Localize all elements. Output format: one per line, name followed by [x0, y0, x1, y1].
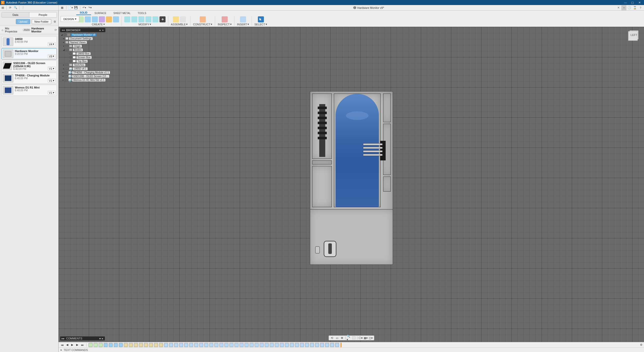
display-settings-icon[interactable]: 🖵▾	[358, 336, 363, 340]
timeline-feature[interactable]	[219, 343, 223, 347]
zoom-icon[interactable]: 🔍▾	[347, 336, 351, 340]
timeline-feature[interactable]	[285, 343, 289, 347]
timeline-feature[interactable]	[325, 343, 329, 347]
orbit-icon[interactable]: ⟲	[330, 336, 334, 340]
timeline-feature[interactable]	[154, 343, 158, 347]
home-icon[interactable]: ⌂	[2, 28, 3, 31]
visibility-icon[interactable]	[69, 52, 72, 55]
joint-button[interactable]	[180, 16, 186, 22]
timeline-feature[interactable]	[280, 343, 284, 347]
loft-button[interactable]	[106, 16, 112, 22]
window-maximize-button[interactable]: ▢	[629, 0, 636, 5]
search-button[interactable]: 🔍	[13, 5, 18, 11]
view-cube[interactable]: LEFT	[629, 30, 639, 40]
timeline-feature[interactable]	[159, 343, 163, 347]
browser-root[interactable]: ◢Hardware Monitor v9	[60, 33, 105, 36]
tab-solid[interactable]: SOLID	[76, 11, 91, 15]
chevron-down-icon[interactable]: ▾	[266, 23, 267, 26]
file-menu-button[interactable]: 📄▾	[68, 5, 73, 10]
comments-close-icon[interactable]: ▸	[102, 337, 103, 340]
visibility-icon[interactable]	[65, 64, 68, 66]
look-at-icon[interactable]: ▭	[335, 336, 339, 340]
timeline-feature[interactable]	[290, 343, 294, 347]
version-badge[interactable]: V1▾	[48, 79, 56, 82]
workspace-switcher[interactable]: DESIGN▾	[61, 16, 79, 22]
timeline-feature[interactable]	[124, 343, 128, 347]
visibility-icon[interactable]	[65, 71, 68, 74]
tab-data[interactable]: Data	[2, 12, 29, 17]
fillet-button[interactable]	[131, 16, 137, 22]
insert-derive-button[interactable]	[240, 16, 246, 22]
comments-options-icon[interactable]: ●	[99, 337, 101, 340]
job-status-button[interactable]: ⌛	[632, 5, 637, 10]
chevron-down-icon[interactable]: ▾	[230, 23, 232, 26]
text-commands-bar[interactable]: ▸ TEXT COMMANDS	[59, 347, 644, 352]
crumb-root[interactable]: Mis Proyectos	[5, 27, 22, 33]
combine-button[interactable]	[145, 16, 151, 22]
timeline-feature[interactable]	[209, 343, 213, 347]
timeline-feature[interactable]	[179, 343, 183, 347]
timeline-feature[interactable]	[229, 343, 233, 347]
timeline-playhead[interactable]	[341, 343, 341, 347]
visibility-icon[interactable]	[65, 49, 68, 51]
redo-button[interactable]: ↷▾	[87, 5, 92, 10]
chevron-down-icon[interactable]: ▾	[103, 23, 105, 26]
timeline-forward-button[interactable]: ▶	[75, 343, 79, 347]
timeline-feature[interactable]	[310, 343, 314, 347]
browser-node-component[interactable]: ▸🔗18650 v4:1	[60, 67, 105, 70]
expand-icon[interactable]: ▸	[61, 348, 62, 351]
visibility-icon[interactable]	[63, 33, 66, 36]
revolve-button[interactable]	[92, 16, 98, 22]
list-item[interactable]: TP4056 - Charging Module 6:40:09 PM V1▾	[2, 73, 57, 84]
timeline-feature[interactable]	[335, 343, 339, 347]
timeline-feature[interactable]	[194, 343, 198, 347]
timeline-feature[interactable]	[300, 343, 304, 347]
window-close-button[interactable]: ✕	[636, 0, 643, 5]
close-tab-button[interactable]: ✕	[616, 5, 621, 10]
browser-node-component[interactable]: ▸🔗Wemos D1 R1 Mini f3d v1:1	[60, 78, 105, 82]
list-item[interactable]: 18650 6:40:09 PM V4▾	[2, 36, 57, 47]
expand-menu-icon[interactable]: ⋮	[20, 5, 26, 11]
tab-surface[interactable]: SURFACE	[91, 11, 110, 15]
browser-node-doc-settings[interactable]: ▸Document Settings	[60, 37, 105, 40]
visibility-icon[interactable]	[65, 75, 68, 77]
timeline-feature[interactable]	[275, 343, 279, 347]
visibility-icon[interactable]	[69, 60, 72, 62]
timeline-feature[interactable]	[164, 343, 168, 347]
timeline-feature[interactable]	[99, 343, 103, 347]
timeline-feature[interactable]	[320, 343, 324, 347]
pan-icon[interactable]: ✥	[340, 336, 344, 340]
notifications-button[interactable]: 🕓	[627, 5, 632, 10]
window-minimize-button[interactable]: —	[622, 0, 629, 5]
timeline-feature[interactable]	[305, 343, 309, 347]
timeline-feature[interactable]	[119, 343, 123, 347]
chevron-down-icon[interactable]: ▾	[211, 23, 212, 26]
expand-icon[interactable]: ▸▸	[62, 337, 65, 340]
browser-header[interactable]: ◂◂ BROWSER ● ▸	[60, 28, 105, 32]
timeline-feature[interactable]	[169, 343, 173, 347]
new-folder-button[interactable]: New Folder	[32, 19, 51, 24]
timeline-end-button[interactable]: ⏭	[80, 343, 84, 347]
timeline-feature[interactable]	[295, 343, 299, 347]
timeline-feature[interactable]	[184, 343, 188, 347]
visibility-icon[interactable]	[69, 56, 72, 59]
timeline-feature[interactable]	[89, 343, 93, 347]
browser-node-sketches[interactable]: ▸Sketches	[60, 63, 105, 67]
visibility-icon[interactable]	[65, 67, 68, 70]
timeline-feature[interactable]	[245, 343, 249, 347]
tab-tools[interactable]: TOOLS	[134, 11, 150, 15]
visibility-icon[interactable]	[65, 45, 68, 47]
upload-button[interactable]: Upload	[16, 19, 30, 24]
new-component-button[interactable]	[173, 16, 179, 22]
press-pull-button[interactable]	[124, 16, 130, 22]
browser-options-icon[interactable]: ●	[99, 29, 101, 32]
timeline-feature[interactable]	[149, 343, 153, 347]
timeline-feature[interactable]	[134, 343, 138, 347]
crumb-current[interactable]: Hardware Monitor	[31, 27, 54, 33]
browser-node-named-views[interactable]: ▸Named Views	[60, 40, 105, 44]
version-badge[interactable]: V9▾	[48, 54, 56, 58]
browser-node-body[interactable]: Screen Box	[60, 56, 105, 59]
timeline-feature[interactable]	[189, 343, 193, 347]
timeline-play-button[interactable]: ▶	[70, 343, 74, 347]
refresh-button[interactable]: ⟳	[7, 5, 13, 11]
